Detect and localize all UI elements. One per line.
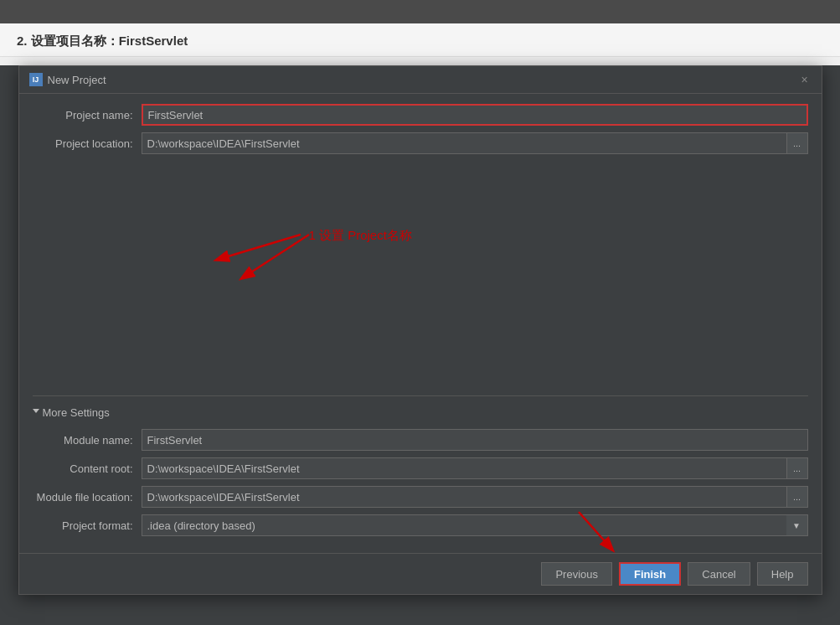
content-root-label: Content root: xyxy=(33,462,142,475)
more-settings-toggle[interactable]: More Settings xyxy=(33,403,808,422)
content-root-browse-button[interactable]: ... xyxy=(786,457,808,479)
module-file-location-row: Module file location: ... xyxy=(33,486,808,508)
intellij-icon: IJ xyxy=(29,73,43,86)
project-location-input-group: ... xyxy=(142,132,808,154)
svg-line-4 xyxy=(579,512,612,550)
content-root-input-group: ... xyxy=(142,457,808,479)
finish-button[interactable]: Finish xyxy=(619,562,681,586)
content-root-input[interactable] xyxy=(142,457,786,479)
new-project-dialog: IJ New Project × Project name: Project l… xyxy=(18,65,822,595)
project-name-input[interactable] xyxy=(142,104,808,126)
module-name-label: Module name: xyxy=(33,434,142,447)
project-location-label: Project location: xyxy=(33,137,142,150)
previous-button[interactable]: Previous xyxy=(541,562,612,586)
svg-line-2 xyxy=(242,235,309,278)
dialog-title: IJ New Project xyxy=(29,73,106,86)
project-name-label: Project name: xyxy=(33,109,142,121)
dialog-titlebar: IJ New Project × xyxy=(19,66,822,94)
dialog-content: Project name: Project location: ... 1 设置… xyxy=(19,94,822,553)
project-location-input[interactable] xyxy=(142,132,786,154)
module-name-input[interactable] xyxy=(142,429,808,451)
more-settings-section: More Settings Module name: Content root:… xyxy=(33,395,808,536)
dialog-footer: Previous Finish Cancel Help xyxy=(19,553,822,594)
browser-toolbar xyxy=(0,0,840,23)
help-button[interactable]: Help xyxy=(757,562,808,586)
screenshot-area: IJ New Project × Project name: Project l… xyxy=(0,65,840,625)
page-container: 2. 设置项目名称：FirstServlet IJ New Project × … xyxy=(0,0,840,625)
module-file-location-label: Module file location: xyxy=(33,491,142,504)
more-settings-label: More Settings xyxy=(43,406,110,419)
annotation-text: 1 设置 Project名称 xyxy=(309,228,412,244)
annotation-arrows xyxy=(33,161,808,395)
project-format-label: Project format: xyxy=(33,519,142,532)
article-title-area: 2. 设置项目名称：FirstServlet xyxy=(0,23,840,57)
project-format-row: Project format: .idea (directory based).… xyxy=(33,514,808,536)
project-name-row: Project name: xyxy=(33,104,808,126)
module-file-location-input[interactable] xyxy=(142,486,786,508)
module-file-location-input-group: ... xyxy=(142,486,808,508)
project-format-select-wrapper: .idea (directory based).ipr (file based)… xyxy=(142,514,808,536)
step-label: 2. 设置项目名称：FirstServlet xyxy=(17,34,188,48)
dialog-close-button[interactable]: × xyxy=(798,73,812,86)
project-location-browse-button[interactable]: ... xyxy=(786,132,808,154)
dialog-title-text: New Project xyxy=(48,74,106,86)
module-name-row: Module name: xyxy=(33,429,808,451)
empty-area: 1 设置 Project名称 xyxy=(33,161,808,395)
svg-line-1 xyxy=(217,235,301,260)
project-location-row: Project location: ... xyxy=(33,132,808,154)
finish-arrow xyxy=(554,508,637,558)
cancel-button[interactable]: Cancel xyxy=(688,562,750,586)
module-file-location-browse-button[interactable]: ... xyxy=(786,486,808,508)
content-root-row: Content root: ... xyxy=(33,457,808,479)
project-format-select[interactable]: .idea (directory based).ipr (file based) xyxy=(142,514,808,536)
collapse-icon xyxy=(33,409,39,416)
